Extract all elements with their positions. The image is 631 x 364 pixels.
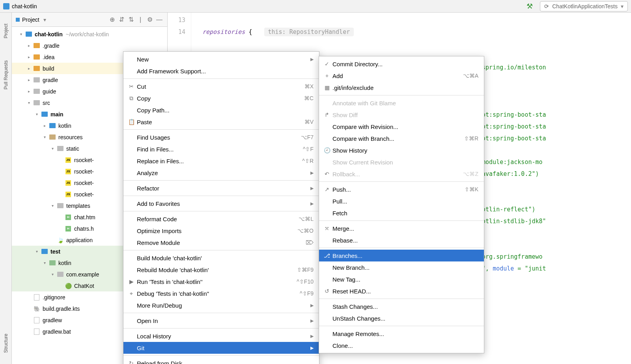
menu-item-label: Build Module 'chat-kotlin': [135, 255, 314, 261]
menu-item[interactable]: +Add⌥⌘A: [319, 70, 484, 82]
▶-icon: ▶: [127, 278, 135, 285]
menu-item-label: Reset HEAD...: [331, 288, 478, 295]
menu-item[interactable]: More Run/Debug▶: [123, 299, 319, 311]
menu-item-label: Show Current Revision: [331, 159, 478, 166]
project-view-icon: [16, 18, 20, 22]
collapse-all-icon[interactable]: ⇅: [127, 16, 135, 24]
menu-item[interactable]: Rebuild Module 'chat-kotlin'⇧⌘F9: [123, 264, 319, 276]
menu-item[interactable]: 📋Paste⌘V: [123, 116, 319, 128]
menu-item[interactable]: Fetch: [319, 207, 484, 219]
gutter-tab-pull-requests[interactable]: Pull Requests: [2, 57, 10, 93]
menu-item-label: Refactor: [135, 185, 302, 192]
menu-separator: [123, 250, 319, 250]
menu-item-label: Manage Remotes...: [331, 330, 478, 337]
gear-icon[interactable]: ⚙: [146, 16, 154, 24]
menu-item-label: Optimize Imports: [135, 228, 297, 234]
menu-item[interactable]: 🕘Show History: [319, 144, 484, 156]
menu-item-label: Add to Favorites: [135, 200, 302, 207]
left-tool-gutter: Project Pull Requests Structure: [0, 13, 12, 364]
menu-item[interactable]: Stash Changes...: [319, 301, 484, 312]
menu-item-shortcut: ⌦: [306, 239, 314, 246]
menu-item[interactable]: Add Framework Support...: [123, 65, 319, 77]
chevron-right-icon: ▶: [310, 303, 314, 308]
menu-item[interactable]: ✓Commit Directory...: [319, 58, 484, 70]
menu-item[interactable]: ▶Run 'Tests in 'chat-kotlin''^⇧F10: [123, 276, 319, 287]
⧉-icon: ⧉: [127, 95, 135, 102]
menu-item[interactable]: Add to Favorites▶: [123, 198, 319, 209]
menu-item[interactable]: ↺Reset HEAD...: [319, 285, 484, 297]
↗-icon: ↗: [323, 186, 331, 192]
menu-item[interactable]: New▶: [123, 53, 319, 65]
menu-item[interactable]: Build Module 'chat-kotlin': [123, 252, 319, 264]
line-number: 14: [168, 26, 185, 38]
menu-item[interactable]: ⎇Branches...: [319, 250, 484, 261]
menu-item[interactable]: Find Usages⌥F7: [123, 131, 319, 143]
menu-item[interactable]: Compare with Branch...⇧⌘R: [319, 133, 484, 144]
⎇-icon: ⎇: [323, 252, 331, 259]
↱-icon: ↱: [323, 112, 331, 118]
menu-separator: [319, 248, 484, 248]
menu-item-shortcut: ⌘C: [304, 95, 314, 101]
menu-item[interactable]: Refactor▶: [123, 182, 319, 194]
menu-item[interactable]: Open In▶: [123, 315, 319, 327]
menu-item[interactable]: New Tag...: [319, 273, 484, 285]
menu-item[interactable]: Manage Remotes...: [319, 328, 484, 340]
menu-item[interactable]: Compare with Revision...: [319, 121, 484, 133]
menu-item[interactable]: Local History▶: [123, 330, 319, 342]
menu-item[interactable]: New Branch...: [319, 261, 484, 273]
menu-item-shortcut: ^⇧F10: [297, 278, 314, 285]
chevron-right-icon: ▶: [310, 345, 314, 351]
gutter-tab-project[interactable]: Project: [2, 21, 10, 41]
menu-item[interactable]: UnStash Changes...: [319, 312, 484, 324]
chevron-right-icon: ▶: [310, 170, 314, 175]
chevron-right-icon: ▶: [310, 57, 314, 62]
↶-icon: ↶: [323, 171, 331, 177]
menu-item[interactable]: ▦.git/info/exclude: [319, 82, 484, 93]
menu-item[interactable]: Optimize Imports⌥⌘O: [123, 225, 319, 237]
menu-item-shortcut: ⇧⌘F9: [297, 267, 314, 273]
menu-item[interactable]: ↗Push...⇧⌘K: [319, 183, 484, 195]
menu-item[interactable]: ⤲Merge...: [319, 222, 484, 234]
menu-item[interactable]: Copy Path...: [123, 104, 319, 116]
menu-item[interactable]: Replace in Files...^⇧R: [123, 155, 319, 167]
menu-item[interactable]: ↻Reload from Disk: [123, 357, 319, 364]
menu-item[interactable]: ⧉Copy⌘C: [123, 92, 319, 104]
⤲-icon: ⤲: [323, 225, 331, 231]
menu-item-label: Replace in Files...: [135, 158, 302, 164]
menu-item-shortcut: ^⇧F9: [300, 290, 314, 297]
menu-item[interactable]: Analyze▶: [123, 167, 319, 179]
menu-item-label: .git/info/exclude: [331, 84, 478, 91]
menu-item[interactable]: Pull...: [319, 195, 484, 207]
menu-item-shortcut: ⌥⌘L: [299, 216, 314, 222]
menu-item[interactable]: ⌖Debug 'Tests in 'chat-kotlin''^⇧F9: [123, 287, 319, 299]
menu-item[interactable]: ✂Cut⌘X: [123, 80, 319, 92]
chevron-right-icon: ▶: [310, 318, 314, 323]
menu-item[interactable]: Rebase...: [319, 234, 484, 246]
top-bar: chat-kotlin ⚒ ⟳ ChatKotlinApplicationTes…: [0, 0, 631, 13]
menu-item-label: Compare with Revision...: [331, 123, 478, 130]
⌖-icon: ⌖: [127, 290, 135, 297]
menu-item-label: Rebuild Module 'chat-kotlin': [135, 267, 297, 273]
tree-row[interactable]: ▸.gradle: [12, 40, 167, 51]
build-icon[interactable]: ⚒: [526, 2, 533, 11]
menu-item[interactable]: Find in Files...^⇧F: [123, 143, 319, 155]
gutter-tab-structure[interactable]: Structure: [2, 330, 10, 356]
menu-item[interactable]: Git▶: [123, 342, 319, 354]
expand-all-icon[interactable]: ⇵: [118, 16, 125, 24]
menu-item-label: Debug 'Tests in 'chat-kotlin'': [135, 290, 300, 297]
menu-item-label: Branches...: [331, 252, 478, 259]
menu-item[interactable]: Remove Module⌦: [123, 237, 319, 248]
menu-separator: [123, 180, 319, 181]
+-icon: +: [323, 73, 331, 79]
project-panel-title[interactable]: Project ▾: [16, 17, 46, 23]
run-config-dropdown[interactable]: ⟳ ChatKotlinApplicationTests ▾: [540, 1, 628, 11]
project-icon: [3, 3, 9, 9]
hide-icon[interactable]: —: [155, 16, 163, 24]
menu-item-label: Run 'Tests in 'chat-kotlin'': [135, 278, 297, 285]
menu-item[interactable]: Reformat Code⌥⌘L: [123, 213, 319, 225]
menu-item[interactable]: Clone...: [319, 340, 484, 351]
select-opened-file-icon[interactable]: ⊕: [108, 16, 116, 24]
📋-icon: 📋: [127, 119, 135, 125]
menu-item-label: Annotate with Git Blame: [331, 100, 478, 106]
tree-row-root[interactable]: ▾chat-kotlin~/work/chat-kotlin: [12, 28, 167, 40]
